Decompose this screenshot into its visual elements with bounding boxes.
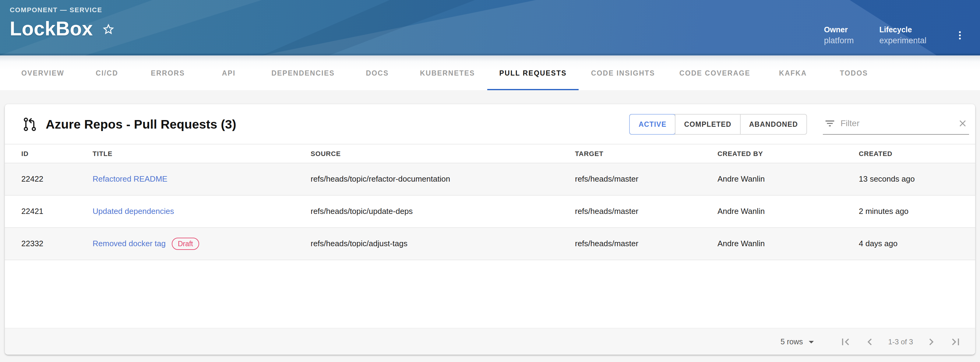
cell-id: 22332 xyxy=(5,227,83,260)
page-content: Azure Repos - Pull Requests (3) ACTIVE C… xyxy=(0,90,980,362)
cell-created-by: Andre Wanlin xyxy=(708,195,849,227)
pr-title-link[interactable]: Updated dependencies xyxy=(92,207,174,216)
cell-target: refs/heads/master xyxy=(565,163,708,195)
column-header-id: ID xyxy=(5,144,83,163)
column-header-created-by: CREATED BY xyxy=(708,144,849,163)
entity-tabbar: OVERVIEW CI/CD ERRORS API DEPENDENCIES D… xyxy=(0,56,980,90)
rows-per-page-select[interactable]: 5 rows xyxy=(781,335,818,348)
lifecycle-value: experimental xyxy=(879,36,926,45)
owner-label: Owner xyxy=(824,25,854,34)
pagination-bar: 5 rows 1-3 of 3 xyxy=(5,328,975,355)
rows-per-page-value: 5 rows xyxy=(781,337,803,346)
table-row: 22421 Updated dependencies refs/heads/to… xyxy=(5,195,975,227)
header-left: COMPONENT — SERVICE LockBox xyxy=(10,6,115,56)
card-header: Azure Repos - Pull Requests (3) ACTIVE C… xyxy=(5,104,975,144)
pull-requests-table: ID TITLE SOURCE TARGET CREATED BY CREATE… xyxy=(5,144,975,260)
pagination-range-label: 1-3 of 3 xyxy=(888,337,913,346)
cell-source: refs/heads/topic/refactor-documentation xyxy=(301,163,565,195)
close-icon xyxy=(958,118,968,128)
tab-dependencies[interactable]: DEPENDENCIES xyxy=(259,56,347,90)
page-title: LockBox xyxy=(10,18,93,40)
cell-target: refs/heads/master xyxy=(565,227,708,260)
card-title: Azure Repos - Pull Requests (3) xyxy=(46,117,236,131)
owner-meta: Owner platform xyxy=(824,25,854,45)
last-page-icon xyxy=(949,335,963,348)
lifecycle-meta: Lifecycle experimental xyxy=(879,25,926,45)
chevron-left-icon xyxy=(863,335,877,348)
cell-id: 22421 xyxy=(5,195,83,227)
cell-created: 2 minutes ago xyxy=(849,195,975,227)
lifecycle-label: Lifecycle xyxy=(879,25,926,34)
filter-field xyxy=(823,114,969,134)
tab-code-coverage[interactable]: CODE COVERAGE xyxy=(667,56,762,90)
table-row: 22422 Refactored README refs/heads/topic… xyxy=(5,163,975,195)
column-header-target: TARGET xyxy=(565,144,708,163)
clear-filter-button[interactable] xyxy=(958,118,968,128)
header-meta: Owner platform Lifecycle experimental xyxy=(824,6,968,56)
tab-todos[interactable]: TODOS xyxy=(824,56,885,90)
status-filter-group: ACTIVE COMPLETED ABANDONED xyxy=(630,114,807,134)
pull-requests-card: Azure Repos - Pull Requests (3) ACTIVE C… xyxy=(5,104,975,355)
tab-pull-requests[interactable]: PULL REQUESTS xyxy=(487,56,579,90)
next-page-button[interactable] xyxy=(924,334,939,349)
entity-header: COMPONENT — SERVICE LockBox Owner platfo… xyxy=(0,0,980,56)
chevron-right-icon xyxy=(924,335,938,348)
tab-code-insights[interactable]: CODE INSIGHTS xyxy=(579,56,667,90)
pr-title-link[interactable]: Refactored README xyxy=(92,174,167,183)
filter-list-icon xyxy=(824,117,836,129)
table-row: 22332 Removed docker tag Draft refs/head… xyxy=(5,227,975,260)
git-pull-request-icon xyxy=(22,116,38,132)
dropdown-caret-icon xyxy=(805,335,818,348)
cell-created: 13 seconds ago xyxy=(849,163,975,195)
table-empty-space xyxy=(5,260,975,328)
star-outline-icon xyxy=(102,22,115,36)
card-controls: ACTIVE COMPLETED ABANDONED xyxy=(630,114,969,134)
cell-id: 22422 xyxy=(5,163,83,195)
favorite-button[interactable] xyxy=(101,22,115,36)
status-filter-active[interactable]: ACTIVE xyxy=(630,114,675,134)
cell-created-by: Andre Wanlin xyxy=(708,163,849,195)
cell-created: 4 days ago xyxy=(849,227,975,260)
breadcrumb: COMPONENT — SERVICE xyxy=(10,6,115,13)
pr-title-link[interactable]: Removed docker tag xyxy=(92,239,165,248)
app-root: COMPONENT — SERVICE LockBox Owner platfo… xyxy=(0,0,980,362)
draft-status-badge: Draft xyxy=(172,238,199,250)
filter-input[interactable] xyxy=(840,118,953,128)
more-options-button[interactable] xyxy=(952,25,968,45)
cell-created-by: Andre Wanlin xyxy=(708,227,849,260)
column-header-title: TITLE xyxy=(83,144,301,163)
tab-cicd[interactable]: CI/CD xyxy=(76,56,137,90)
cell-target: refs/heads/master xyxy=(565,195,708,227)
column-header-created: CREATED xyxy=(849,144,975,163)
tab-api[interactable]: API xyxy=(198,56,259,90)
first-page-icon xyxy=(839,335,853,348)
tab-kafka[interactable]: KAFKA xyxy=(762,56,824,90)
status-filter-abandoned[interactable]: ABANDONED xyxy=(740,114,807,134)
column-header-source: SOURCE xyxy=(301,144,565,163)
table-header-row: ID TITLE SOURCE TARGET CREATED BY CREATE… xyxy=(5,144,975,163)
status-filter-completed[interactable]: COMPLETED xyxy=(675,114,740,134)
previous-page-button[interactable] xyxy=(863,334,877,349)
tab-errors[interactable]: ERRORS xyxy=(137,56,198,90)
tab-overview[interactable]: OVERVIEW xyxy=(9,56,76,90)
first-page-button[interactable] xyxy=(838,334,853,349)
last-page-button[interactable] xyxy=(948,334,963,349)
kebab-menu-icon xyxy=(955,30,966,40)
cell-source: refs/heads/topic/adjust-tags xyxy=(301,227,565,260)
cell-source: refs/heads/topic/update-deps xyxy=(301,195,565,227)
owner-value: platform xyxy=(824,36,854,45)
tab-kubernetes[interactable]: KUBERNETES xyxy=(408,56,487,90)
tab-docs[interactable]: DOCS xyxy=(347,56,408,90)
